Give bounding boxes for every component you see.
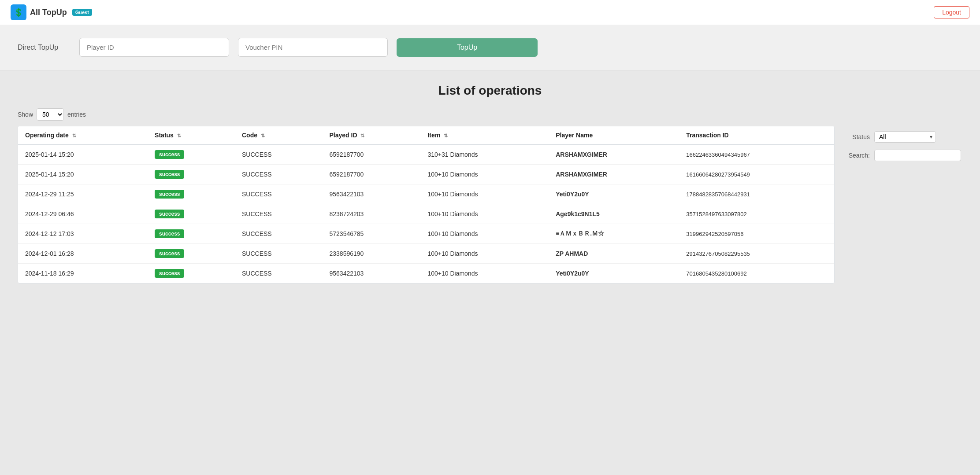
cell-played-id: 6592187700	[323, 144, 421, 165]
status-badge: success	[155, 150, 184, 159]
cell-date: 2024-12-12 17:03	[18, 224, 148, 244]
col-item[interactable]: Item ⇅	[420, 126, 549, 144]
cell-player-name: Age9k1c9N1L5	[549, 204, 679, 224]
transaction-id: 17884828357068442931	[686, 191, 750, 198]
search-input[interactable]	[874, 150, 961, 161]
cell-player-name: Yeti0Y2u0Y	[549, 264, 679, 284]
brand-icon: 💲	[11, 4, 26, 20]
cell-played-id: 2338596190	[323, 244, 421, 264]
cell-player-name: ≡ＡＭｘＢＲ.Ｍ☆	[549, 224, 679, 244]
cell-date: 2025-01-14 15:20	[18, 165, 148, 184]
cell-item: 100+10 Diamonds	[420, 165, 549, 184]
status-select[interactable]: All SUCCESS FAILED PENDING	[874, 131, 936, 143]
table-row: 2025-01-14 15:20 success SUCCESS 6592187…	[18, 144, 834, 165]
cell-status: success	[148, 144, 235, 165]
cell-status: success	[148, 204, 235, 224]
player-name: ≡ＡＭｘＢＲ.Ｍ☆	[556, 230, 604, 237]
brand: 💲 All TopUp Guest	[11, 4, 92, 20]
col-played-id[interactable]: Played ID ⇅	[323, 126, 421, 144]
layout-wrapper: Show 10 25 50 100 entries	[18, 108, 962, 284]
direct-topup-label: Direct TopUp	[18, 44, 71, 52]
sort-icon-code: ⇅	[261, 133, 265, 139]
transaction-id: 319962942520597056	[686, 231, 743, 237]
sort-icon-date: ⇅	[72, 133, 76, 139]
entries-select[interactable]: 10 25 50 100	[37, 108, 64, 121]
cell-player-name: ARSHAMXGIMER	[549, 144, 679, 165]
guest-badge: Guest	[72, 9, 92, 16]
cell-code: SUCCESS	[235, 165, 323, 184]
cell-code: SUCCESS	[235, 244, 323, 264]
player-name: Yeti0Y2u0Y	[556, 191, 589, 198]
cell-player-name: ARSHAMXGIMER	[549, 165, 679, 184]
cell-played-id: 9563422103	[323, 264, 421, 284]
cell-code: SUCCESS	[235, 204, 323, 224]
cell-transaction-id: 7016805435280100692	[679, 264, 834, 284]
status-badge: success	[155, 210, 184, 218]
table-row: 2024-12-12 17:03 success SUCCESS 5723546…	[18, 224, 834, 244]
cell-item: 310+31 Diamonds	[420, 144, 549, 165]
cell-date: 2024-12-29 11:25	[18, 184, 148, 204]
player-name: Yeti0Y2u0Y	[556, 270, 589, 277]
transaction-id: 16166064280273954549	[686, 171, 750, 178]
status-badge: success	[155, 170, 184, 179]
table-wrapper: Operating date ⇅ Status ⇅ Code ⇅ Played …	[18, 126, 835, 284]
logout-button[interactable]: Logout	[934, 6, 969, 18]
cell-code: SUCCESS	[235, 184, 323, 204]
cell-transaction-id: 29143276705082295535	[679, 244, 834, 264]
table-row: 2024-11-18 16:29 success SUCCESS 9563422…	[18, 264, 834, 284]
navbar: 💲 All TopUp Guest Logout	[0, 0, 980, 25]
cell-player-name: Yeti0Y2u0Y	[549, 184, 679, 204]
search-label: Search:	[848, 152, 870, 159]
player-name: ZP AHMAD	[556, 250, 588, 257]
table-header-row: Operating date ⇅ Status ⇅ Code ⇅ Played …	[18, 126, 834, 144]
table-row: 2025-01-14 15:20 success SUCCESS 6592187…	[18, 165, 834, 184]
topup-button[interactable]: TopUp	[397, 38, 538, 57]
transaction-id: 3571528497633097802	[686, 211, 746, 217]
cell-transaction-id: 3571528497633097802	[679, 204, 834, 224]
cell-code: SUCCESS	[235, 144, 323, 165]
brand-name: All TopUp	[30, 8, 67, 17]
cell-code: SUCCESS	[235, 224, 323, 244]
cell-date: 2024-12-29 06:46	[18, 204, 148, 224]
search-filter-row: Search:	[848, 150, 962, 161]
player-name: ARSHAMXGIMER	[556, 151, 607, 158]
cell-status: success	[148, 165, 235, 184]
status-badge: success	[155, 269, 184, 278]
cell-played-id: 5723546785	[323, 224, 421, 244]
show-entries: Show 10 25 50 100 entries	[18, 108, 86, 121]
cell-transaction-id: 319962942520597056	[679, 224, 834, 244]
cell-transaction-id: 17884828357068442931	[679, 184, 834, 204]
sort-icon-item: ⇅	[444, 133, 448, 139]
show-label: Show	[18, 111, 33, 118]
status-badge: success	[155, 249, 184, 258]
cell-status: success	[148, 224, 235, 244]
sort-icon-status: ⇅	[177, 133, 181, 139]
player-id-input[interactable]	[79, 38, 229, 57]
transaction-id: 29143276705082295535	[686, 250, 750, 257]
topup-section: Direct TopUp TopUp	[0, 25, 980, 70]
cell-transaction-id: 16622463360494345967	[679, 144, 834, 165]
col-status[interactable]: Status ⇅	[148, 126, 235, 144]
table-row: 2024-12-01 16:28 success SUCCESS 2338596…	[18, 244, 834, 264]
cell-player-name: ZP AHMAD	[549, 244, 679, 264]
table-row: 2024-12-29 06:46 success SUCCESS 8238724…	[18, 204, 834, 224]
cell-date: 2024-12-01 16:28	[18, 244, 148, 264]
col-code[interactable]: Code ⇅	[235, 126, 323, 144]
operations-table: Operating date ⇅ Status ⇅ Code ⇅ Played …	[18, 126, 834, 283]
voucher-pin-input[interactable]	[238, 38, 388, 57]
cell-item: 100+10 Diamonds	[420, 264, 549, 284]
table-body: 2025-01-14 15:20 success SUCCESS 6592187…	[18, 144, 834, 283]
cell-played-id: 8238724203	[323, 204, 421, 224]
player-name: Age9k1c9N1L5	[556, 210, 600, 217]
cell-date: 2025-01-14 15:20	[18, 144, 148, 165]
cell-status: success	[148, 244, 235, 264]
table-row: 2024-12-29 11:25 success SUCCESS 9563422…	[18, 184, 834, 204]
col-date[interactable]: Operating date ⇅	[18, 126, 148, 144]
entries-label: entries	[67, 111, 86, 118]
col-transaction-id: Transaction ID	[679, 126, 834, 144]
cell-status: success	[148, 184, 235, 204]
status-filter-label: Status	[848, 133, 870, 140]
table-section: Show 10 25 50 100 entries	[18, 108, 835, 284]
cell-item: 100+10 Diamonds	[420, 224, 549, 244]
cell-played-id: 9563422103	[323, 184, 421, 204]
